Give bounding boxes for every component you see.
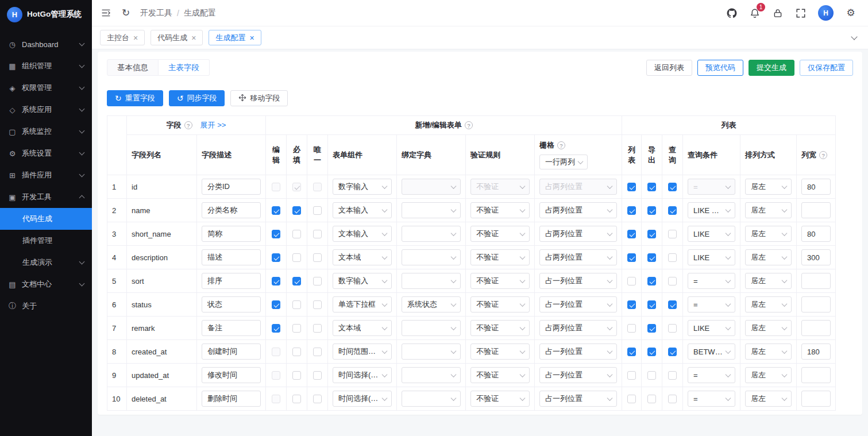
query-cond-select[interactable]: LIKE — [688, 226, 735, 242]
query-cond-select[interactable]: = — [688, 273, 735, 289]
nav-tab-console[interactable]: 主控台× — [100, 30, 145, 45]
dict-select[interactable] — [402, 320, 461, 336]
dict-select[interactable] — [402, 202, 461, 218]
component-select[interactable]: 时间范围选择 — [333, 344, 392, 360]
help-icon[interactable]: ? — [557, 141, 565, 149]
user-avatar[interactable]: H — [818, 5, 834, 21]
sidebar-item-dashboard[interactable]: ◷Dashboard — [0, 33, 92, 55]
component-select[interactable]: 数字输入 — [333, 179, 392, 195]
field-desc-input[interactable] — [202, 344, 261, 360]
list-checkbox[interactable] — [627, 371, 636, 380]
grid-layout-select[interactable]: 一行两列 — [539, 155, 588, 169]
query-cond-select[interactable]: = — [688, 296, 735, 312]
rule-select[interactable]: 不验证 — [470, 344, 530, 360]
close-icon[interactable]: × — [191, 34, 196, 42]
edit-checkbox[interactable] — [272, 300, 280, 309]
dict-select[interactable]: 系统状态 — [402, 296, 461, 312]
list-checkbox[interactable] — [627, 324, 636, 333]
query-cond-select[interactable]: LIKE %...% — [688, 202, 735, 218]
tabs-dropdown-icon[interactable] — [848, 32, 860, 44]
app-logo[interactable]: H HotGo管理系统 — [0, 0, 92, 29]
lock-screen-icon[interactable] — [772, 7, 784, 20]
field-desc-input[interactable] — [202, 249, 261, 265]
export-checkbox[interactable] — [647, 230, 656, 238]
list-checkbox[interactable] — [627, 277, 636, 285]
required-checkbox[interactable] — [292, 371, 301, 380]
sidebar-item-system-app[interactable]: ◇系统应用 — [0, 99, 92, 121]
grid-select[interactable]: 占一列位置 — [539, 367, 617, 383]
breadcrumb-parent[interactable]: 开发工具 — [140, 8, 172, 18]
fullscreen-icon[interactable] — [795, 7, 807, 20]
rule-select[interactable]: 不验证 — [470, 367, 530, 383]
sidebar-item-plugin-manage[interactable]: 插件管理 — [0, 230, 92, 252]
notifications-bell-icon[interactable]: 1 — [749, 7, 761, 20]
required-checkbox[interactable] — [292, 300, 301, 309]
required-checkbox[interactable] — [292, 395, 301, 403]
export-checkbox[interactable] — [647, 253, 656, 262]
sidebar-item-permission[interactable]: ◈权限管理 — [0, 77, 92, 99]
grid-select[interactable]: 占一列位置 — [539, 344, 617, 360]
rule-select[interactable]: 不验证 — [470, 226, 530, 242]
component-select[interactable]: 时间选择(Y-... — [333, 367, 392, 383]
preview-code-button[interactable]: 预览代码 — [697, 60, 743, 76]
sidebar-item-settings[interactable]: ⚙系统设置 — [0, 142, 92, 164]
query-checkbox[interactable] — [668, 395, 677, 403]
query-checkbox[interactable] — [668, 371, 677, 380]
component-select[interactable]: 数字输入 — [333, 273, 392, 289]
unique-checkbox[interactable] — [313, 300, 322, 309]
align-select[interactable]: 居左 — [745, 226, 792, 242]
nav-tab-codegen[interactable]: 代码生成× — [151, 30, 203, 45]
sidebar-item-about[interactable]: ⓘ关于 — [0, 295, 92, 317]
width-input[interactable] — [801, 391, 831, 407]
grid-select[interactable]: 占两列位置 — [539, 202, 617, 218]
width-input[interactable] — [801, 320, 831, 336]
edit-checkbox[interactable] — [272, 206, 280, 215]
help-icon[interactable]: ? — [465, 121, 473, 129]
align-select[interactable]: 居左 — [745, 202, 792, 218]
field-desc-input[interactable] — [202, 296, 261, 312]
dict-select[interactable] — [402, 367, 461, 383]
export-checkbox[interactable] — [647, 277, 656, 285]
export-checkbox[interactable] — [647, 371, 656, 380]
card-tab-basic-info[interactable]: 基本信息 — [107, 59, 159, 76]
unique-checkbox[interactable] — [313, 253, 322, 262]
width-input[interactable] — [801, 226, 831, 242]
grid-select[interactable]: 占一列位置 — [539, 296, 617, 312]
field-desc-input[interactable] — [202, 367, 261, 383]
unique-checkbox[interactable] — [313, 277, 322, 285]
export-checkbox[interactable] — [647, 324, 656, 333]
width-input[interactable] — [801, 249, 831, 265]
export-checkbox[interactable] — [647, 183, 656, 191]
rule-select[interactable]: 不验证 — [470, 202, 530, 218]
required-checkbox[interactable] — [292, 324, 301, 333]
width-input[interactable] — [801, 179, 831, 195]
unique-checkbox[interactable] — [313, 348, 322, 356]
required-checkbox[interactable] — [292, 277, 301, 285]
unique-checkbox[interactable] — [313, 230, 322, 238]
collapse-sidebar-icon[interactable] — [100, 7, 111, 20]
nav-tab-gen-config[interactable]: 生成配置× — [209, 30, 261, 45]
align-select[interactable]: 居左 — [745, 344, 792, 360]
query-checkbox[interactable] — [668, 183, 677, 191]
reset-fields-button[interactable]: ↻重置字段 — [107, 90, 163, 106]
rule-select[interactable]: 不验证 — [470, 273, 530, 289]
save-config-only-button[interactable]: 仅保存配置 — [800, 60, 853, 76]
sync-fields-button[interactable]: ↺同步字段 — [169, 90, 225, 106]
required-checkbox[interactable] — [292, 253, 301, 262]
rule-select[interactable]: 不验证 — [470, 249, 530, 265]
close-icon[interactable]: × — [249, 34, 254, 42]
edit-checkbox[interactable] — [272, 277, 280, 285]
sidebar-item-plugin[interactable]: ⊞插件应用 — [0, 164, 92, 186]
align-select[interactable]: 居左 — [745, 296, 792, 312]
grid-select[interactable]: 占两列位置 — [539, 226, 617, 242]
card-tab-main-fields[interactable]: 主表字段 — [159, 59, 210, 76]
unique-checkbox[interactable] — [313, 324, 322, 333]
width-input[interactable] — [801, 202, 831, 218]
edit-checkbox[interactable] — [272, 324, 280, 333]
sidebar-item-devtools[interactable]: ▣开发工具 — [0, 186, 92, 208]
query-checkbox[interactable] — [668, 230, 677, 238]
list-checkbox[interactable] — [627, 348, 636, 356]
query-cond-select[interactable]: BETWEEN — [688, 344, 735, 360]
query-checkbox[interactable] — [668, 348, 677, 356]
close-icon[interactable]: × — [133, 34, 138, 42]
